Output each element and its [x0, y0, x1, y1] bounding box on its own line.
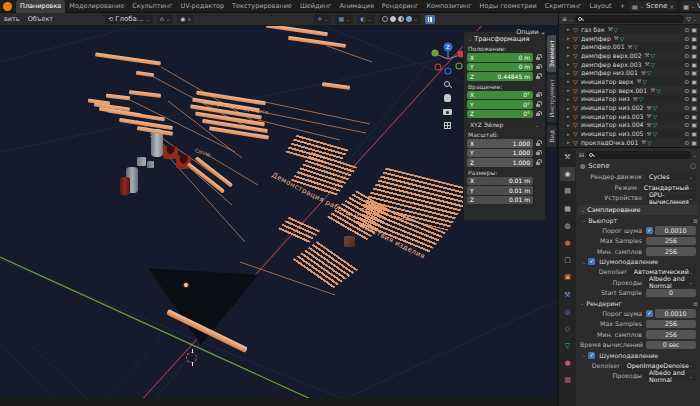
mesh-cylinder-red[interactable] [120, 177, 130, 195]
collection-tab[interactable]: ▢ [560, 253, 575, 267]
hide-eye-icon[interactable]: ⊙ [684, 78, 689, 85]
workspace-tab-uv-редактор[interactable]: UV-редактор [176, 0, 228, 13]
disable-render-icon[interactable]: ▣ [691, 121, 697, 128]
disable-render-icon[interactable]: ▣ [691, 78, 697, 85]
workspace-tab-рендеринг[interactable]: Рендеринг [378, 0, 423, 13]
position-x-field[interactable]: X0 m [467, 53, 533, 62]
workspace-tab-скульптинг[interactable]: Скульптинг [128, 0, 176, 13]
object-name[interactable]: инициатор низ.003 [581, 113, 644, 120]
options-dropdown[interactable]: Опции ⌄ [516, 28, 546, 36]
lock-icon[interactable] [535, 140, 542, 147]
disable-render-icon[interactable]: ▣ [691, 95, 697, 102]
time-limit-field[interactable]: 0 sec [646, 341, 696, 350]
scene-tab[interactable]: ◍ [560, 219, 575, 233]
hide-eye-icon[interactable]: ⊙ [684, 95, 689, 102]
lock-icon[interactable] [535, 149, 542, 156]
physics-tab[interactable]: ◎ [560, 305, 575, 319]
scene-name[interactable]: Scene [646, 2, 667, 10]
passes-dropdown[interactable]: Albedo and Normal⌄ [646, 372, 696, 381]
workspace-tab-layout[interactable]: Layout [586, 0, 616, 13]
outliner-row[interactable]: ▸▽демпфер низ.001⚒▽⊙▣ [559, 68, 700, 77]
transform-panel-title[interactable]: ⌄ Трансформация [468, 35, 542, 43]
menu-add[interactable]: вить [0, 15, 24, 23]
viewlayer-selector[interactable]: ▦ ⌄ ViewLayer × [680, 1, 700, 11]
tool-tab[interactable]: ⚒ [560, 150, 575, 164]
perspective-toggle-button[interactable] [441, 119, 453, 131]
max-samples-field[interactable]: 256 [646, 237, 696, 246]
object-name[interactable]: демпфер низ.001 [581, 69, 638, 76]
device-dropdown[interactable]: GPU-вычисления⌄ [646, 194, 696, 203]
hide-eye-icon[interactable]: ⊙ [684, 104, 689, 111]
proportional-edit-toggle[interactable]: ◉ ∧ [177, 14, 194, 24]
mesh-part[interactable] [147, 161, 154, 168]
hide-eye-icon[interactable]: ⊙ [684, 26, 689, 33]
denoise-checkbox[interactable]: ✓ [588, 258, 595, 265]
rotation-y-field[interactable]: Y0° [467, 100, 533, 109]
overlays-toggle[interactable]: ▦ ⌄ [335, 14, 353, 24]
viewport-subsection-header[interactable]: ⌄Вьюпорт≡ [582, 216, 698, 225]
scene-selector[interactable]: ▤ ⌄ Scene × [629, 1, 677, 11]
xray-toggle[interactable]: ◐ ⌄ [357, 14, 374, 24]
noise-value-field[interactable]: 0.0010 [655, 309, 696, 318]
zoom-button[interactable] [441, 78, 453, 90]
object-name[interactable]: инициатор низ.004 [581, 121, 644, 128]
blender-logo-icon[interactable] [3, 2, 12, 11]
viewlayer-tab[interactable]: ▦ [560, 202, 575, 216]
editor-type-icon[interactable]: ⊟ [579, 152, 584, 158]
lock-icon[interactable] [535, 63, 542, 70]
lock-icon[interactable] [535, 54, 542, 61]
rotation-z-field[interactable]: Z0° [467, 110, 533, 119]
sidebar-tab-инструмент[interactable]: Инструмент [547, 74, 556, 122]
properties-search-input[interactable] [586, 151, 691, 159]
outliner-row[interactable]: ▸▽демпфер⚒▽⊙▣ [559, 34, 700, 43]
object-name[interactable]: демпфер.001 [581, 43, 625, 50]
outliner-row[interactable]: ▸▽газ бак⚒▽⊙▣ [559, 25, 700, 34]
modifiers-tab[interactable]: ⚒ [560, 288, 575, 302]
disable-render-icon[interactable]: ▣ [691, 52, 697, 59]
camera-view-button[interactable] [441, 106, 453, 118]
denoise-subsection-header-viewport[interactable]: ⌄✓Шумоподавление [582, 257, 698, 266]
gizmos-toggle[interactable]: ✛ ⌄ [314, 14, 331, 24]
outliner-row[interactable]: ▸▽инициатор низ⚒▽⊙▣ [559, 95, 700, 104]
rotation-mode-dropdown[interactable]: XYZ Эйлер⌄ [467, 120, 542, 129]
workspace-tab-композитинг[interactable]: Композитинг [423, 0, 476, 13]
pin-icon[interactable]: ○ [690, 162, 696, 170]
disable-render-icon[interactable]: ▣ [691, 61, 697, 68]
object-name[interactable]: инициатор верх.001 [581, 87, 647, 94]
workspace-tab-шейдинг[interactable]: Шейдинг [296, 0, 336, 13]
lock-icon[interactable] [535, 110, 542, 117]
outliner-row[interactable]: ▸▽инициатор верх.001⚒▽⊙▣ [559, 86, 700, 95]
dimensions-y-field[interactable]: Y0.01 m [467, 186, 533, 195]
object-name[interactable]: демпфер [581, 35, 611, 42]
sidebar-tab-вид[interactable]: Вид [547, 125, 556, 147]
snap-toggle[interactable]: ∩ ⌄ [157, 14, 174, 24]
scale-y-field[interactable]: Y1.000 [467, 149, 533, 158]
disable-render-icon[interactable]: ▣ [691, 26, 697, 33]
workspace-tab-анимация[interactable]: Анимация [335, 0, 377, 13]
min-samples-field[interactable]: 256 [646, 330, 696, 339]
mesh-cube-brown[interactable] [344, 236, 355, 247]
outliner-row[interactable]: ▸▽прокладОчка.001⚒▽⊙▣ [559, 138, 700, 147]
filter-icon[interactable]: ▽ [686, 16, 691, 22]
object-tab[interactable]: ▣ [560, 270, 575, 284]
position-y-field[interactable]: Y0 m [467, 63, 533, 72]
denoise-checkbox[interactable]: ✓ [588, 352, 595, 359]
dimensions-z-field[interactable]: Z0.01 m [467, 196, 533, 205]
unlink-scene-icon[interactable]: × [669, 3, 674, 10]
rotation-x-field[interactable]: X0° [467, 91, 533, 100]
render-tab[interactable]: ◉ [560, 167, 575, 181]
pause-button[interactable] [425, 15, 435, 24]
material-tab[interactable]: ● [560, 356, 575, 370]
hide-eye-icon[interactable]: ⊙ [684, 121, 689, 128]
data-tab[interactable]: ▽ [560, 339, 575, 353]
outliner-row[interactable]: ▸▽инициатор верх⚒▽⊙▣ [559, 77, 700, 86]
hide-eye-icon[interactable]: ⊙ [684, 87, 689, 94]
lock-icon[interactable] [535, 101, 542, 108]
passes-dropdown[interactable]: Albedo and Normal⌄ [646, 278, 696, 287]
dimensions-x-field[interactable]: X0.01 m [467, 177, 533, 186]
hide-eye-icon[interactable]: ⊙ [684, 113, 689, 120]
noise-checkbox[interactable]: ✓ [646, 227, 653, 234]
texture-tab[interactable]: ▩ [560, 373, 575, 387]
output-tab[interactable]: ▤ [560, 184, 575, 198]
object-name[interactable]: демпфер верх.003 [581, 61, 642, 68]
